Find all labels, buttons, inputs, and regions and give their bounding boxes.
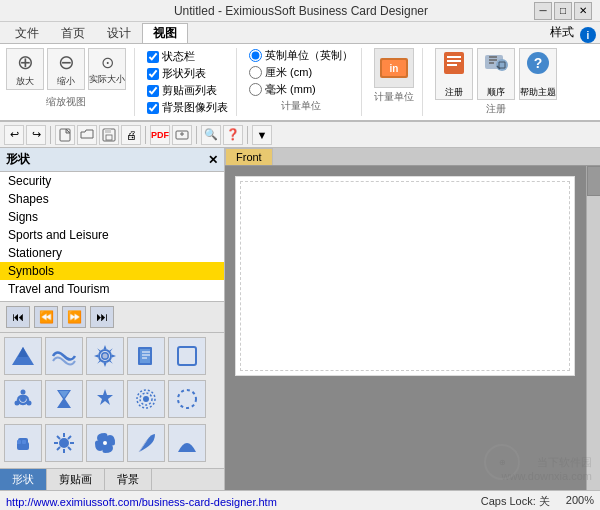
icon-cell-fist[interactable] xyxy=(4,424,42,462)
toolbar-btn-open[interactable] xyxy=(77,125,97,145)
zoom-out-button[interactable]: ⊖ 缩小 xyxy=(47,48,85,90)
minimize-button[interactable]: ─ xyxy=(534,2,552,20)
icon-cell-blank2[interactable] xyxy=(168,380,206,418)
radio-mm[interactable]: 毫米 (mm) xyxy=(249,82,353,97)
toolbar-btn-undo[interactable]: ↩ xyxy=(4,125,24,145)
svg-marker-17 xyxy=(18,347,28,357)
checkbox-group: 状态栏 形状列表 剪贴画列表 背景图像列表 xyxy=(147,48,228,116)
title-text: Untitled - EximiousSoft Business Card De… xyxy=(68,4,534,18)
tab-design[interactable]: 设计 xyxy=(96,23,142,43)
toolbar-btn-export[interactable] xyxy=(172,125,192,145)
canvas-design-area xyxy=(235,176,575,376)
icon-cell-gear[interactable] xyxy=(86,337,124,375)
toolbar-separator-2 xyxy=(145,126,146,144)
icon-cell-feather[interactable] xyxy=(127,424,165,462)
svg-rect-41 xyxy=(22,440,26,444)
icon-cell-star[interactable] xyxy=(86,380,124,418)
icon-cell-mountain[interactable] xyxy=(4,337,42,375)
panel-close-scrollbar: ✕ xyxy=(208,153,218,167)
svg-rect-26 xyxy=(178,347,196,365)
tab-file[interactable]: 文件 xyxy=(4,23,50,43)
toolbar-btn-dropdown[interactable]: ▼ xyxy=(252,125,272,145)
icon-cell-wave[interactable] xyxy=(45,337,83,375)
svg-point-51 xyxy=(103,441,107,445)
toolbar-btn-new[interactable] xyxy=(55,125,75,145)
canvas-area: Front xyxy=(225,148,600,490)
icon-cell-biohazard[interactable] xyxy=(4,380,42,418)
list-item[interactable]: Travel and Tourism xyxy=(0,280,224,298)
tab-background[interactable]: 背景 xyxy=(105,469,152,490)
playback-controls: ⏮ ⏪ ⏩ ⏭ xyxy=(0,302,224,333)
tab-shapes[interactable]: 形状 xyxy=(0,469,47,490)
toolbar-btn-help[interactable]: ❓ xyxy=(223,125,243,145)
svg-rect-14 xyxy=(106,135,112,140)
svg-point-36 xyxy=(143,396,149,402)
icon-cell-dotcircle[interactable] xyxy=(127,380,165,418)
canvas-scrollbar-vertical[interactable] xyxy=(586,166,600,490)
toolbar-btn-redo[interactable]: ↪ xyxy=(26,125,46,145)
svg-point-8 xyxy=(496,59,508,71)
help-button[interactable]: ? 帮助主题 xyxy=(519,48,557,100)
list-item[interactable]: Stationery xyxy=(0,244,224,262)
list-item[interactable]: Security xyxy=(0,172,224,190)
checkbox-shapelist[interactable]: 形状列表 xyxy=(147,66,228,81)
toolbar-btn-print[interactable]: 🖨 xyxy=(121,125,141,145)
toolbar-separator-1 xyxy=(50,126,51,144)
play-last-button[interactable]: ⏭ xyxy=(90,306,114,328)
checkbox-bglist[interactable]: 背景图像列表 xyxy=(147,100,228,115)
list-item-symbols[interactable]: Symbols xyxy=(0,262,224,280)
order-button[interactable]: 顺序 xyxy=(477,48,515,100)
action-buttons: 注册 顺序 ? xyxy=(435,48,557,100)
checkbox-clipartlist[interactable]: 剪贴画列表 xyxy=(147,83,228,98)
list-item[interactable]: Signs xyxy=(0,208,224,226)
zoom-in-button[interactable]: ⊕ 放大 xyxy=(6,48,44,90)
show-group: 状态栏 形状列表 剪贴画列表 背景图像列表 xyxy=(147,48,237,116)
svg-point-29 xyxy=(15,401,20,406)
status-url[interactable]: http://www.eximiussoft.com/business-card… xyxy=(6,496,277,508)
tab-clipart[interactable]: 剪贴画 xyxy=(47,469,105,490)
units-group: 英制单位（英制） 厘米 (cm) 毫米 (mm) 计量单位 xyxy=(249,48,362,116)
shape-list[interactable]: Security Shapes Signs Sports and Leisure… xyxy=(0,172,224,302)
close-button[interactable]: ✕ xyxy=(574,2,592,20)
maximize-button[interactable]: □ xyxy=(554,2,572,20)
svg-point-30 xyxy=(27,401,32,406)
list-item[interactable]: Shapes xyxy=(0,190,224,208)
canvas-tab-bar: Front xyxy=(225,148,600,166)
register-button[interactable]: 注册 xyxy=(435,48,473,100)
icon-cell-sun[interactable] xyxy=(45,424,83,462)
caps-lock-status: Caps Lock: 关 xyxy=(481,494,550,509)
play-prev-button[interactable]: ⏪ xyxy=(34,306,58,328)
icon-cell-hourglass[interactable] xyxy=(45,380,83,418)
radio-imperial[interactable]: 英制单位（英制） xyxy=(249,48,353,63)
svg-rect-13 xyxy=(105,129,111,133)
list-item[interactable]: Sports and Leisure xyxy=(0,226,224,244)
checkbox-statusbar[interactable]: 状态栏 xyxy=(147,49,228,64)
icon-cell-book[interactable] xyxy=(127,337,165,375)
status-bar: http://www.eximiussoft.com/business-card… xyxy=(0,490,600,510)
canvas-tab-front[interactable]: Front xyxy=(225,148,273,165)
info-icon[interactable]: i xyxy=(580,27,596,43)
svg-rect-22 xyxy=(140,349,150,363)
tab-view[interactable]: 视图 xyxy=(142,23,188,43)
actual-size-button[interactable]: ⊙ 实际大小 xyxy=(88,48,126,90)
toolbar-btn-pdf[interactable]: PDF xyxy=(150,125,170,145)
register-icon xyxy=(440,49,468,83)
toolbar-btn-save[interactable] xyxy=(99,125,119,145)
toolbar-btn-search[interactable]: 🔍 xyxy=(201,125,221,145)
play-next-button[interactable]: ⏩ xyxy=(62,306,86,328)
icon-cell-blank3[interactable] xyxy=(168,424,206,462)
radio-cm[interactable]: 厘米 (cm) xyxy=(249,65,353,80)
icon-cell-pinwheel[interactable] xyxy=(86,424,124,462)
canvas-scroll-area[interactable] xyxy=(225,166,600,490)
play-first-button[interactable]: ⏮ xyxy=(6,306,30,328)
panel-close-btn[interactable]: ✕ xyxy=(208,153,218,167)
radio-group: 英制单位（英制） 厘米 (cm) 毫米 (mm) xyxy=(249,48,353,97)
watermark-circle: ⊕ xyxy=(484,444,520,480)
unit-icon-label: 计量单位 xyxy=(374,90,414,104)
canvas-scrollbar-thumb[interactable] xyxy=(587,166,600,196)
icon-cell-blank1[interactable] xyxy=(168,337,206,375)
tab-home[interactable]: 首页 xyxy=(50,23,96,43)
panel-tabs: 形状 剪贴画 背景 xyxy=(0,468,224,490)
styles-label[interactable]: 样式 xyxy=(544,22,580,43)
order-icon xyxy=(482,49,510,83)
